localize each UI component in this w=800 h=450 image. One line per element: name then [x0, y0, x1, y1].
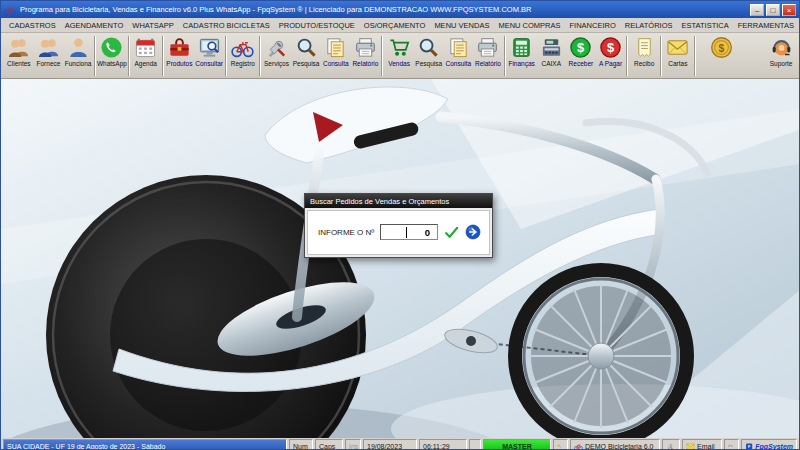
toolbar-consulta-button[interactable]: Consulta: [321, 34, 351, 77]
confirm-check-icon[interactable]: [444, 225, 459, 240]
consulta-icon: [324, 36, 347, 59]
toolbar-label: Fornece: [37, 60, 61, 67]
svg-text:$: $: [719, 42, 725, 54]
cartas-icon: [666, 36, 689, 59]
dialog-body: INFORME O Nº 0: [307, 210, 490, 255]
relat-rio-icon: [476, 36, 499, 59]
title-bar[interactable]: Programa para Bicicletaria, Vendas e Fin…: [1, 1, 799, 18]
suporte-icon: [770, 36, 793, 59]
toolbar-label: Serviços: [264, 60, 289, 67]
toolbar-separator: [94, 36, 96, 76]
toolbar-coin-button[interactable]: $: [707, 34, 737, 77]
toolbar-cartas-button[interactable]: Cartas: [663, 34, 693, 77]
toolbar-recibo-button[interactable]: Recibo: [629, 34, 659, 77]
statusbar-email-status-text: Email: [697, 443, 715, 450]
toolbar-clientes-button[interactable]: Clientes: [4, 34, 34, 77]
menu-ferramentas[interactable]: FERRAMENTAS: [734, 20, 798, 31]
toolbar-separator: [225, 36, 227, 76]
toolbar-pesquisa-button[interactable]: Pesquisa: [414, 34, 444, 77]
go-button[interactable]: [465, 224, 481, 240]
menu-cadastros[interactable]: CADASTROS: [5, 20, 60, 31]
close-button[interactable]: ×: [782, 4, 796, 16]
relat-rio-icon: [354, 36, 377, 59]
toolbar-label: A Pagar: [599, 60, 622, 67]
toolbar-pesquisa-button[interactable]: Pesquisa: [291, 34, 321, 77]
confirm-check-icon: [444, 225, 459, 240]
order-number-label: INFORME O Nº: [318, 228, 374, 237]
menu-whatsapp[interactable]: WHATSAPP: [128, 20, 178, 31]
toolbar-consultar-button[interactable]: Consultar: [194, 34, 224, 77]
toolbar-receber-button[interactable]: $Receber: [566, 34, 596, 77]
toolbar-servi-os-button[interactable]: Serviços: [262, 34, 292, 77]
toolbar: ClientesForneceFuncionaWhatsAppAgendaPro…: [1, 33, 799, 79]
a-pagar-icon: $: [599, 36, 622, 59]
toolbar-agenda-button[interactable]: Agenda: [131, 34, 161, 77]
toolbar-funciona-button[interactable]: Funciona: [63, 34, 93, 77]
statusbar-status-time: 06:11:29: [419, 439, 467, 450]
statusbar-email-status[interactable]: Email: [682, 439, 722, 450]
toolbar-registro-button[interactable]: Registro: [228, 34, 258, 77]
statusbar-tools-indicator: [662, 439, 680, 450]
menu-relat-rios[interactable]: RELATÓRIOS: [621, 20, 677, 31]
maximize-button[interactable]: □: [766, 4, 780, 16]
menu-financeiro[interactable]: FINANCEIRO: [565, 20, 619, 31]
toolbar-consulta-button[interactable]: Consulta: [444, 34, 474, 77]
window-title: Programa para Bicicletaria, Vendas e Fin…: [20, 5, 746, 14]
caixa-icon: [540, 36, 563, 59]
toolbar-label: Consultar: [195, 60, 223, 67]
minimize-button[interactable]: –: [750, 4, 764, 16]
toolbar-a-pagar-button[interactable]: $A Pagar: [596, 34, 626, 77]
statusbar-printer-indicator: [724, 439, 739, 450]
toolbar-finan-as-button[interactable]: Finanças: [507, 34, 537, 77]
toolbar-relat-rio-button[interactable]: Relatório: [473, 34, 503, 77]
statusbar-num-lock: Num: [289, 439, 313, 450]
toolbar-caixa-button[interactable]: CAIXA: [536, 34, 566, 77]
toolbar-vendas-button[interactable]: Vendas: [384, 34, 414, 77]
pesquisa-icon: [295, 36, 318, 59]
key-indicator-icon: [557, 442, 562, 450]
menu-os-or-amento[interactable]: OS/ORÇAMENTO: [360, 20, 430, 31]
receber-icon: $: [569, 36, 592, 59]
statusbar-brand-label[interactable]: FFpqSystem: [741, 439, 797, 450]
toolbar-label: Finanças: [508, 60, 534, 67]
text-caret: [406, 227, 407, 238]
app-icon: [4, 4, 16, 16]
menu-cadastro-bicicletas[interactable]: CADASTRO BICICLETAS: [179, 20, 274, 31]
toolbar-whatsapp-button[interactable]: WhatsApp: [97, 34, 127, 77]
svg-text:$: $: [577, 40, 584, 55]
window-controls: – □ ×: [750, 4, 796, 16]
toolbar-label: Consulta: [323, 60, 349, 67]
toolbar-label: Registro: [231, 60, 255, 67]
brand-label-icon: F: [745, 442, 753, 450]
whatsapp-icon: [100, 36, 123, 59]
toolbar-separator: [660, 36, 662, 76]
toolbar-label: Funciona: [65, 60, 92, 67]
statusbar-license-info: DEMO Bicicletaria 6.0: [570, 439, 660, 450]
pesquisa-icon: [417, 36, 440, 59]
tools-indicator-icon: [666, 442, 674, 450]
statusbar-key-indicator: [553, 439, 568, 450]
consulta-icon: [447, 36, 470, 59]
menu-agendamento[interactable]: AGENDAMENTO: [61, 20, 128, 31]
toolbar-label: Pesquisa: [293, 60, 320, 67]
statusbar-insert-mode-text: Ins: [349, 443, 358, 450]
app-window: Programa para Bicicletaria, Vendas e Fin…: [0, 0, 800, 450]
toolbar-fornece-button[interactable]: Fornece: [34, 34, 64, 77]
toolbar-relat-rio-button[interactable]: Relatório: [351, 34, 381, 77]
menu-produto-estoque[interactable]: PRODUTO/ESTOQUE: [275, 20, 359, 31]
toolbar-separator: [381, 36, 383, 76]
statusbar-location-date-text: SUA CIDADE - UF 19 de Agosto de 2023 - S…: [7, 443, 165, 450]
bicycle-background-image: [1, 79, 799, 438]
email-status-icon: [686, 442, 695, 450]
menu-estatistica[interactable]: ESTATISTICA: [678, 20, 733, 31]
main-area: Buscar Pedidos de Vendas e Orçamentos IN…: [1, 79, 799, 438]
toolbar-suporte-button[interactable]: Suporte: [766, 34, 796, 77]
statusbar-user-level: MASTER: [483, 439, 551, 450]
dialog-title-bar[interactable]: Buscar Pedidos de Vendas e Orçamentos: [305, 194, 492, 208]
clientes-icon: [7, 36, 30, 59]
menu-menu-vendas[interactable]: MENU VENDAS: [430, 20, 493, 31]
toolbar-produtos-button[interactable]: Produtos: [165, 34, 195, 77]
menu-menu-compras[interactable]: MENU COMPRAS: [494, 20, 564, 31]
toolbar-label: Consulta: [446, 60, 472, 67]
order-number-input[interactable]: 0: [380, 224, 438, 240]
